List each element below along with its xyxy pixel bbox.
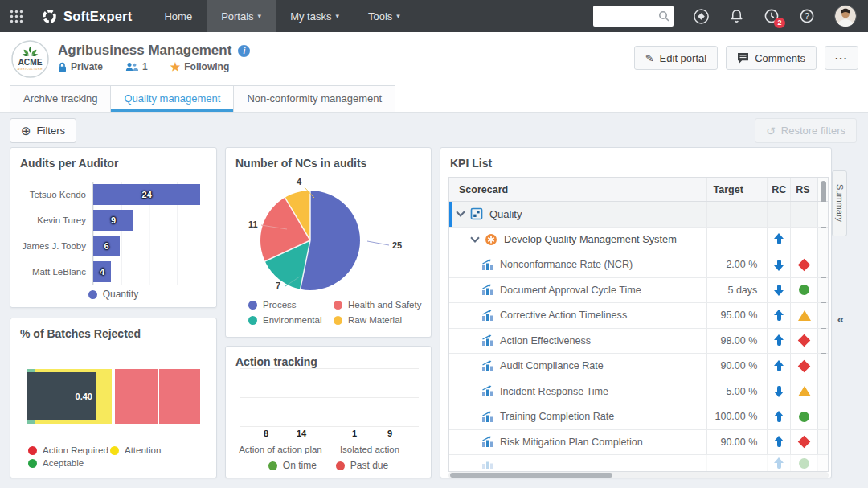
legend-label: Past due [350,460,388,471]
value-bar: 0.40 [27,372,96,420]
more-actions-button[interactable]: ··· [825,46,858,70]
ellipsis-icon: ··· [835,52,848,64]
kpi-name: Corrective Action Timeliness [500,310,627,321]
chart-legend: Action Required Attention Aceptable [28,445,202,468]
audits-bar-chart: Tetsuo Kendo 24 Kevin Turey 9 James J. T… [18,182,205,285]
softexpert-logo[interactable]: SoftExpert [41,8,132,25]
status-shape-icon [798,386,811,396]
legend-label: Quantity [103,289,139,300]
kpi-name: Document Approval Cycle Time [500,285,641,296]
table-scrollbar-track[interactable] [817,178,828,201]
header-rs[interactable]: RS [790,178,817,201]
slice-value: 4 [297,177,301,187]
category-label: Isolated action [320,445,420,454]
collapse-chevron-icon[interactable] [470,233,479,242]
audits-per-auditor-card: Audits per Auditor Tetsuo Kendo 24 Kevin… [10,147,217,308]
header-target[interactable]: Target [706,178,768,201]
bar: 24 [93,184,200,205]
app-grid-icon[interactable] [10,10,23,23]
table-row[interactable]: Training Completion Rate 100.00 % [449,404,828,430]
app-root: SoftExpert Home Portals▾ My tasks▾ Tools… [0,0,868,488]
chevron-down-icon: ▾ [335,12,339,20]
bar: 9 [93,210,133,231]
legend-label: Environmental [263,315,322,325]
filters-button[interactable]: ⊕ Filters [10,118,76,143]
restore-filters-button[interactable]: ↺ Restore filters [755,118,857,143]
table-group-row-quality[interactable]: Quality [449,202,828,228]
tab-non-conformity-management[interactable]: Non-conformity management [233,85,395,112]
table-row[interactable]: Action Effectiveness 98.00 % [449,329,828,355]
table-row[interactable]: Incident Response Time 5.00 % [449,379,828,405]
table-row[interactable]: Document Approval Cycle Time 5 days [449,278,828,304]
edit-portal-button[interactable]: ✎ Edit portal [634,46,718,70]
menu-item-portals[interactable]: Portals▾ [207,0,276,32]
legend-dot [268,461,277,470]
members-badge[interactable]: 1 [125,61,148,72]
slice-value: 11 [248,219,258,229]
top-navbar: SoftExpert Home Portals▾ My tasks▾ Tools… [0,0,868,32]
category-label: James J. Tooby [18,241,92,251]
comments-button[interactable]: Comments [726,46,817,70]
header-rc[interactable]: RC [767,178,790,201]
legend-label: Process [263,300,297,310]
info-icon[interactable]: i [238,45,250,57]
table-row-partial[interactable] [449,455,828,471]
kpi-name: Nonconformance Rate (NCR) [500,259,633,270]
trend-arrow-icon [774,334,784,347]
kpi-chart-icon [481,259,493,271]
tab-quality-management[interactable]: Quality management [110,85,234,112]
menu-item-tools[interactable]: Tools▾ [354,0,415,32]
pending-tasks-clock-icon[interactable]: 2 [764,8,780,24]
trend-arrow-icon [774,385,784,397]
trend-arrow-icon [774,360,784,372]
notifications-bell-icon[interactable] [729,8,744,24]
privacy-badge[interactable]: Private [58,61,103,72]
kpi-target: 98.00 % [706,329,768,354]
help-icon[interactable]: ? [799,8,815,24]
summary-side-tab[interactable]: Summary [832,170,847,236]
table-row[interactable]: Risk Mitigation Plan Completion 90.00 % [449,430,828,456]
header-scorecard[interactable]: Scorecard [449,178,706,201]
category-label: Tetsuo Kendo [18,190,92,199]
search-icon[interactable] [658,10,669,25]
kpi-target: 100.00 % [706,404,768,429]
horizontal-scrollbar-track[interactable] [448,472,829,478]
action-bar-chart: 8 14 1 9 [240,368,419,441]
kpi-chart-icon [481,310,493,322]
status-shape-icon [798,258,811,271]
tab-archive-tracking[interactable]: Archive tracking [10,85,111,112]
trend-arrow-icon [774,310,784,322]
kpi-name: Audit Compliance Rate [500,360,604,371]
collapse-chevron-icon[interactable] [456,208,465,217]
collapse-panel-icon[interactable]: « [833,312,848,326]
table-row[interactable]: Corrective Action Timeliness 95.00 % [449,303,828,329]
menu-item-my-tasks[interactable]: My tasks▾ [276,0,354,32]
circle-plus-icon: ⊕ [21,124,31,138]
table-row[interactable]: Audit Compliance Rate 90.00 % [449,354,828,379]
group-label: Quality [489,208,522,220]
status-shape-icon [798,310,811,321]
following-badge[interactable]: ★ Following [170,61,230,72]
menu-item-home[interactable]: Home [149,0,207,32]
legend-label: Raw Material [348,315,402,325]
svg-text:AGRICULTURE: AGRICULTURE [18,68,43,71]
table-group-row-objective[interactable]: Develop Quality Management System [449,228,828,253]
scorecard-icon [470,207,483,220]
navbar-right: 2 ? [593,5,857,27]
kpi-chart-icon [481,457,493,470]
search-input[interactable] [598,7,659,25]
chevron-down-icon: ▾ [258,12,262,20]
chart-legend: Process Health and Safety Environmental … [248,300,422,325]
table-row[interactable]: Nonconformance Rate (NCR) 2.00 % [449,252,828,278]
kpi-name: Risk Mitigation Plan Completion [500,437,643,448]
chart-title: Number of NCs in audits [235,157,366,170]
restore-icon: ↺ [766,125,776,137]
chart-title: Audits per Auditor [20,157,118,170]
trend-arrow-icon [774,457,784,470]
status-shape-icon [798,334,811,347]
kpi-target: 2.00 % [706,252,768,277]
bar: 6 [93,236,120,256]
explore-target-icon[interactable] [693,8,710,25]
horizontal-scrollbar-thumb[interactable] [450,473,612,478]
user-avatar[interactable] [834,5,857,27]
